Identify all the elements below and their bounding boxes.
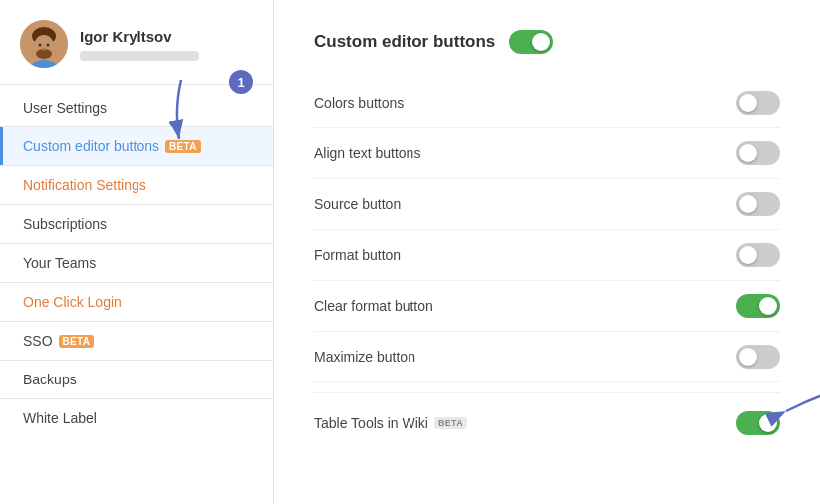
sidebar-label-backups: Backups — [23, 372, 77, 387]
toggle-thumb-clear — [759, 297, 777, 315]
sidebar-label-white-label: White Label — [23, 410, 97, 426]
toggle-thumb-maximize — [739, 348, 757, 366]
sidebar-label-notification: Notification Settings — [23, 177, 146, 193]
user-info: Igor Kryltsov — [80, 28, 253, 61]
sidebar-item-sso[interactable]: SSO BETA — [0, 322, 273, 360]
sidebar-label-one-click-login: One Click Login — [23, 294, 122, 310]
toggle-colors-buttons[interactable] — [736, 91, 780, 115]
sidebar-item-custom-editor-buttons[interactable]: Custom editor buttons BETA — [0, 127, 273, 165]
annotation-badge-1: 1 — [229, 70, 253, 94]
main-content: Custom editor buttons Colors buttons Ali… — [274, 0, 820, 504]
setting-row-clear-format: Clear format button — [314, 281, 780, 332]
setting-label-table-tools: Table Tools in Wiki BETA — [314, 415, 467, 431]
toggle-thumb-format — [739, 246, 757, 264]
beta-badge-sso: BETA — [59, 335, 95, 348]
avatar — [20, 20, 68, 68]
setting-row-format-button: Format button — [314, 230, 780, 281]
sidebar-navigation: User Settings Custom editor buttons BETA… — [0, 85, 273, 441]
sidebar-label-subscriptions: Subscriptions — [23, 216, 107, 232]
sidebar-item-one-click-login[interactable]: One Click Login — [0, 283, 273, 321]
setting-label-maximize: Maximize button — [314, 349, 415, 365]
setting-row-table-tools: Table Tools in Wiki BETA — [314, 392, 780, 448]
toggle-track-colors — [736, 91, 780, 115]
setting-label-clear-format: Clear format button — [314, 298, 433, 314]
sidebar-item-notification-settings[interactable]: Notification Settings — [0, 166, 273, 204]
section-header: Custom editor buttons — [314, 30, 780, 54]
setting-row-align-text: Align text buttons — [314, 128, 780, 179]
toggle-track-main — [509, 30, 553, 54]
toggle-track-maximize — [736, 345, 780, 369]
toggle-thumb-source — [739, 195, 757, 213]
section-title-text: Custom editor buttons — [314, 32, 495, 52]
toggle-track-align — [736, 141, 780, 165]
setting-row-source-button: Source button — [314, 179, 780, 230]
user-email-placeholder — [80, 51, 199, 61]
sidebar-item-your-teams[interactable]: Your Teams — [0, 244, 273, 282]
sidebar-label-custom-editor: Custom editor buttons — [23, 138, 159, 154]
toggle-thumb-main — [532, 33, 550, 51]
toggle-track-clear — [736, 294, 780, 318]
user-name: Igor Kryltsov — [80, 28, 253, 45]
toggle-thumb-align — [739, 144, 757, 162]
setting-label-source-button: Source button — [314, 196, 401, 212]
annotation-arrow-2: 2 — [766, 372, 820, 431]
svg-point-5 — [39, 44, 42, 47]
settings-list: Colors buttons Align text buttons Source… — [314, 78, 780, 448]
toggle-track-source — [736, 192, 780, 216]
sidebar-label-sso: SSO — [23, 333, 53, 349]
toggle-thumb-colors — [739, 94, 757, 112]
sidebar-label-user-settings: User Settings — [23, 100, 107, 116]
svg-point-6 — [47, 44, 50, 47]
setting-row-maximize: Maximize button — [314, 332, 780, 382]
annotation-arrow-1 — [169, 80, 229, 159]
toggle-format-button[interactable] — [736, 243, 780, 267]
user-profile: Igor Kryltsov 1 — [0, 20, 273, 84]
setting-label-colors-buttons: Colors buttons — [314, 95, 404, 111]
toggle-align-text[interactable] — [736, 141, 780, 165]
sidebar: Igor Kryltsov 1 User Settings Custom edi… — [0, 0, 274, 504]
setting-row-colors-buttons: Colors buttons — [314, 78, 780, 128]
svg-point-7 — [42, 48, 46, 51]
setting-label-align-text: Align text buttons — [314, 145, 420, 161]
toggle-clear-format[interactable] — [736, 294, 780, 318]
setting-label-format-button: Format button — [314, 247, 401, 263]
toggle-track-format — [736, 243, 780, 267]
sidebar-label-your-teams: Your Teams — [23, 255, 96, 271]
beta-badge-table-tools: BETA — [434, 417, 467, 429]
sidebar-item-subscriptions[interactable]: Subscriptions — [0, 205, 273, 243]
toggle-maximize[interactable] — [736, 345, 780, 369]
sidebar-item-backups[interactable]: Backups — [0, 361, 273, 398]
table-tools-text: Table Tools in Wiki — [314, 415, 428, 431]
custom-editor-buttons-toggle[interactable] — [509, 30, 553, 54]
toggle-source-button[interactable] — [736, 192, 780, 216]
sidebar-item-user-settings[interactable]: User Settings — [0, 89, 273, 126]
sidebar-item-white-label[interactable]: White Label — [0, 399, 273, 437]
